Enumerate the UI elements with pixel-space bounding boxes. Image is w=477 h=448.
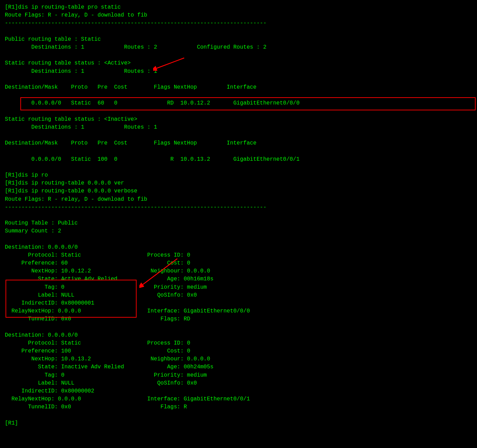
terminal-output: [R1]dis ip routing-table pro static Rout… [5,3,472,427]
terminal-container: [R1]dis ip routing-table pro static Rout… [5,3,472,427]
